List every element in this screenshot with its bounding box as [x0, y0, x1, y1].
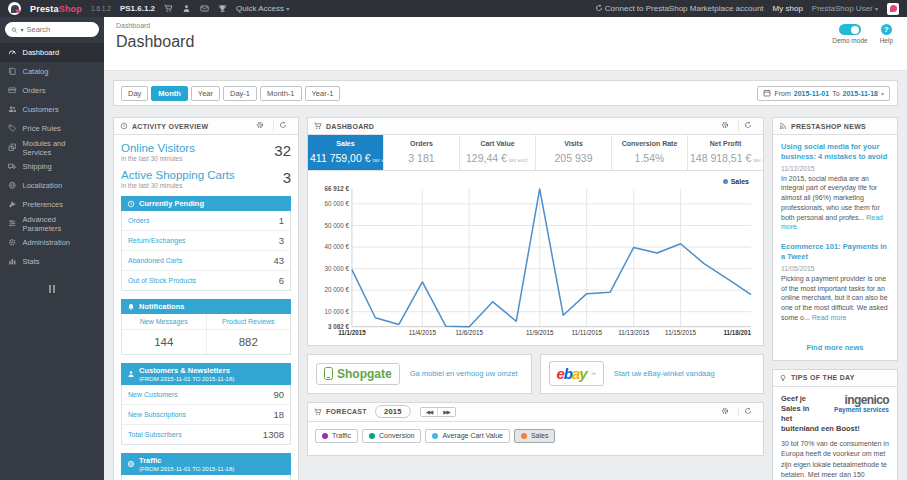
period-tab-month-1[interactable]: Month-1 — [260, 86, 302, 101]
sidebar-collapse-button[interactable] — [0, 285, 104, 293]
customers-link-new-subscriptions[interactable]: New Subscriptions — [128, 411, 186, 418]
previous-year-button[interactable]: ◀◀ — [421, 408, 437, 416]
rss-icon — [779, 122, 787, 130]
shopgate-link[interactable]: Ga mobiel en verhoog uw omzet — [410, 369, 518, 378]
customers-value: 18 — [273, 409, 284, 420]
news-article-title[interactable]: Using social media for your business: 4 … — [781, 142, 889, 162]
page-header: Dashboard Dashboard Demo mode ? Help — [104, 17, 907, 71]
svg-text:20 000 €: 20 000 € — [325, 286, 350, 293]
active-carts-link[interactable]: Active Shopping Carts — [121, 169, 235, 181]
legend-dot-icon — [432, 433, 438, 439]
sidebar-item-label: Price Rules — [23, 124, 61, 133]
find-more-news-link[interactable]: Find more news — [773, 337, 897, 360]
book-icon — [8, 67, 17, 76]
sidebar-item-preferences[interactable]: Preferences — [0, 195, 104, 214]
panel-refresh-button[interactable] — [273, 121, 292, 130]
version-label: 1.6.1.2 — [91, 5, 111, 12]
sidebar-search[interactable]: ▾ — [5, 22, 99, 37]
users-icon — [8, 105, 17, 114]
period-tab-day[interactable]: Day — [121, 86, 148, 101]
sidebar-item-customers[interactable]: Customers — [0, 100, 104, 119]
read-more-link[interactable]: Read more — [812, 314, 847, 321]
prestashop-logo[interactable] — [8, 2, 21, 15]
forecast-legend-traffic[interactable]: Traffic — [315, 429, 358, 443]
search-input[interactable] — [27, 25, 94, 34]
kpi-conversion-rate[interactable]: Conversion Rate1.54% — [612, 135, 688, 170]
customers-link-total-subscribers[interactable]: Total Subscribers — [128, 431, 182, 438]
panel-settings-button[interactable] — [716, 407, 734, 416]
sidebar-item-administration[interactable]: Administration — [0, 233, 104, 252]
messages-icon[interactable] — [200, 4, 209, 14]
pending-link-orders[interactable]: Orders — [128, 217, 149, 224]
customers-icon[interactable] — [182, 4, 191, 14]
kpi-orders[interactable]: Orders3 181 — [384, 135, 460, 170]
sidebar-item-dashboard[interactable]: Dashboard — [0, 43, 104, 62]
toggle-icon[interactable] — [839, 24, 861, 35]
kpi-cart-value[interactable]: Cart Value129,44 €tax excl. — [460, 135, 536, 170]
forecast-legend-sales[interactable]: Sales — [514, 429, 556, 443]
pending-row: Abandoned Carts43 — [122, 251, 290, 271]
phone-icon — [324, 367, 333, 380]
sidebar-item-advanced-parameters[interactable]: Advanced Parameters — [0, 214, 104, 233]
credit-card-icon — [8, 86, 17, 95]
read-more-link[interactable]: Read more — [781, 214, 883, 231]
clock-icon — [127, 200, 135, 208]
sidebar-item-shipping[interactable]: Shipping — [0, 157, 104, 176]
period-tab-month[interactable]: Month — [151, 86, 188, 101]
brand-presta: Presta — [30, 4, 59, 14]
my-shop-link[interactable]: My shop — [773, 4, 803, 13]
trophy-icon[interactable] — [218, 4, 227, 14]
news-article-title[interactable]: Ecommerce 101: Payments in a Tweet — [781, 242, 889, 262]
notification-link-new-messages[interactable]: New Messages — [122, 314, 206, 330]
search-scope-caret-icon[interactable]: ▾ — [20, 26, 23, 33]
cart-icon[interactable] — [164, 4, 173, 14]
panel-settings-button[interactable] — [251, 121, 269, 130]
svg-text:11/11/2015: 11/11/2015 — [571, 329, 602, 336]
kpi-net-profit[interactable]: Net Profit148 918,51 €tax excl. — [688, 135, 763, 170]
pending-link-out-of-stock-products[interactable]: Out of Stock Products — [128, 277, 196, 284]
customers-row: New Subscriptions18 — [122, 405, 290, 425]
user-menu[interactable]: PrestaShop User ▾ — [812, 4, 878, 13]
sidebar-item-catalog[interactable]: Catalog — [0, 62, 104, 81]
notification-link-product-reviews[interactable]: Product Reviews — [207, 314, 291, 330]
help-button[interactable]: ? Help — [880, 24, 893, 44]
kpi-visits[interactable]: Visits205 939 — [536, 135, 612, 170]
chevron-down-icon: ▾ — [286, 6, 289, 12]
online-visitors-link[interactable]: Online Visitors — [121, 142, 195, 154]
pending-value: 1 — [279, 215, 284, 226]
sidebar-item-orders[interactable]: Orders — [0, 81, 104, 100]
panel-settings-button[interactable] — [716, 121, 734, 130]
chart-legend-sales[interactable]: Sales — [723, 178, 749, 185]
tag-icon — [8, 124, 17, 133]
period-tab-day-1[interactable]: Day-1 — [223, 86, 257, 101]
customers-newsletters-header: Customers & Newsletters(FROM 2015-11-01 … — [121, 363, 291, 385]
demo-mode-toggle[interactable]: Demo mode — [832, 24, 867, 44]
ebay-link[interactable]: Start uw eBay-winkel vandaag — [614, 369, 715, 378]
svg-text:11/4/2015: 11/4/2015 — [409, 329, 437, 336]
sidebar-item-localization[interactable]: Localization — [0, 176, 104, 195]
pending-row: Orders1 — [122, 211, 290, 231]
sidebar-item-modules-and-services[interactable]: Modules and Services — [0, 138, 104, 157]
date-range-picker[interactable]: From 2015-11-01 To 2015-11-18 ▾ — [757, 86, 890, 101]
marketplace-link[interactable]: Connect to PrestaShop Marketplace accoun… — [595, 4, 764, 13]
notifications-header: Notifications — [121, 299, 291, 314]
customers-value: 1308 — [263, 429, 284, 440]
forecast-legend-conversion[interactable]: Conversion — [362, 429, 421, 443]
panel-refresh-button[interactable] — [738, 121, 757, 130]
forecast-legend-average-cart-value[interactable]: Average Cart Value — [425, 429, 509, 443]
pending-link-abandoned-carts[interactable]: Abandoned Carts — [128, 257, 182, 264]
svg-text:11/9/2015: 11/9/2015 — [526, 329, 554, 336]
panel-refresh-button[interactable] — [738, 407, 757, 416]
quick-access-menu[interactable]: Quick Access ▾ — [236, 4, 289, 13]
period-tab-year[interactable]: Year — [191, 86, 220, 101]
period-tab-year-1[interactable]: Year-1 — [305, 86, 341, 101]
bar-chart-icon — [8, 257, 17, 266]
kpi-sales[interactable]: Sales411 759,00 €tax excl. — [308, 135, 384, 170]
avatar[interactable] — [887, 3, 899, 15]
pending-link-return-exchanges[interactable]: Return/Exchanges — [128, 237, 186, 244]
next-year-button[interactable]: ▶▶ — [437, 408, 454, 416]
sidebar-item-stats[interactable]: Stats — [0, 252, 104, 271]
sidebar-nav: DashboardCatalogOrdersCustomersPrice Rul… — [0, 43, 104, 271]
sidebar-item-price-rules[interactable]: Price Rules — [0, 119, 104, 138]
customers-link-new-customers[interactable]: New Customers — [128, 391, 178, 398]
